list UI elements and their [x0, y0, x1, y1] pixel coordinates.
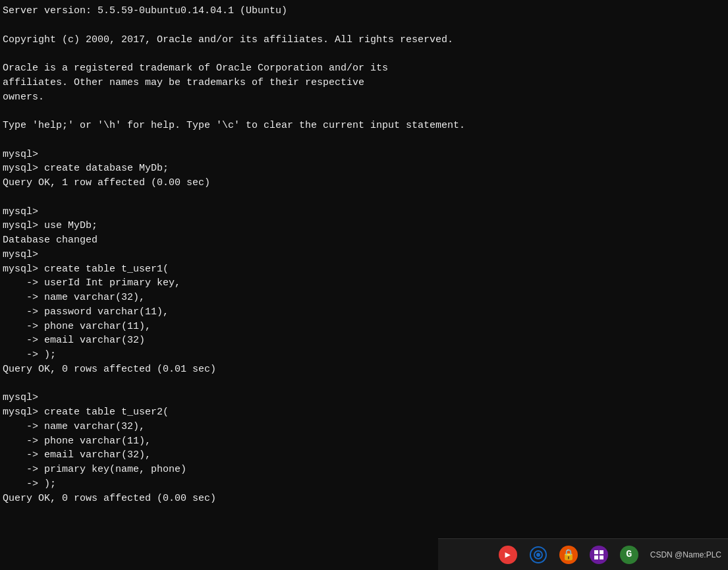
terminal-blank-line: [3, 190, 725, 205]
terminal-line: -> password varchar(11),: [3, 305, 725, 320]
svg-rect-3: [600, 550, 603, 554]
taskbar-icon-grid[interactable]: [584, 540, 613, 569]
terminal-line: -> name varchar(32),: [3, 420, 725, 434]
terminal-line: -> );: [3, 348, 725, 362]
taskbar-icon-lock[interactable]: 🔒: [554, 540, 583, 569]
icon-grid: [590, 546, 608, 564]
svg-rect-2: [594, 550, 598, 554]
terminal-blank-line: [3, 47, 725, 61]
terminal-blank-line: [3, 133, 725, 148]
terminal-blank-line: [3, 18, 725, 33]
terminal-line: mysql> create database MyDb;: [3, 161, 725, 176]
terminal-line: Query OK, 0 rows affected (0.01 sec): [3, 362, 725, 377]
terminal-line: mysql>: [3, 205, 725, 219]
terminal-line: Oracle is a registered trademark of Orac…: [3, 61, 725, 76]
terminal-line: mysql> create table t_user2(: [3, 405, 725, 420]
terminal-line: -> primary key(name, phone): [3, 463, 725, 477]
svg-point-1: [536, 553, 540, 557]
taskbar-icon-g[interactable]: G: [615, 540, 644, 569]
taskbar-icon-youtube[interactable]: ▶: [493, 540, 522, 569]
icon-youtube: ▶: [499, 546, 517, 564]
terminal-blank-line: [3, 377, 725, 391]
svg-rect-5: [600, 556, 603, 559]
terminal-line: Type 'help;' or '\h' for help. Type '\c'…: [3, 119, 725, 133]
taskbar-label: CSDN @Name:PLC: [650, 550, 721, 559]
terminal-line: owners.: [3, 90, 725, 105]
taskbar-icon-circle[interactable]: [524, 540, 553, 569]
terminal: Server version: 5.5.59-0ubuntu0.14.04.1 …: [0, 0, 728, 570]
terminal-line: -> email varchar(32): [3, 333, 725, 348]
terminal-blank-line: [3, 104, 725, 119]
svg-rect-4: [594, 556, 598, 559]
taskbar: ▶ 🔒 G C: [438, 538, 728, 570]
icon-g: G: [620, 546, 638, 564]
terminal-line: Query OK, 1 row affected (0.00 sec): [3, 176, 725, 190]
icon-lock: 🔒: [559, 546, 578, 564]
terminal-line: Copyright (c) 2000, 2017, Oracle and/or …: [3, 33, 725, 47]
terminal-line: mysql>: [3, 391, 725, 405]
icon-circle-blue: [530, 546, 547, 563]
terminal-line: -> userId Int primary key,: [3, 276, 725, 291]
terminal-line: -> email varchar(32),: [3, 448, 725, 463]
terminal-line: -> );: [3, 477, 725, 492]
terminal-line: Query OK, 0 rows affected (0.00 sec): [3, 492, 725, 506]
taskbar-icons: ▶ 🔒 G: [493, 540, 644, 569]
terminal-line: -> phone varchar(11),: [3, 434, 725, 449]
terminal-line: affiliates. Other names may be trademark…: [3, 76, 725, 90]
terminal-line: -> name varchar(32),: [3, 291, 725, 305]
terminal-line: mysql>: [3, 148, 725, 162]
terminal-line: mysql>: [3, 248, 725, 262]
terminal-line: -> phone varchar(11),: [3, 320, 725, 334]
terminal-line: mysql> create table t_user1(: [3, 262, 725, 277]
terminal-line: mysql> use MyDb;: [3, 219, 725, 233]
terminal-line: Server version: 5.5.59-0ubuntu0.14.04.1 …: [3, 4, 725, 18]
terminal-line: Database changed: [3, 233, 725, 248]
